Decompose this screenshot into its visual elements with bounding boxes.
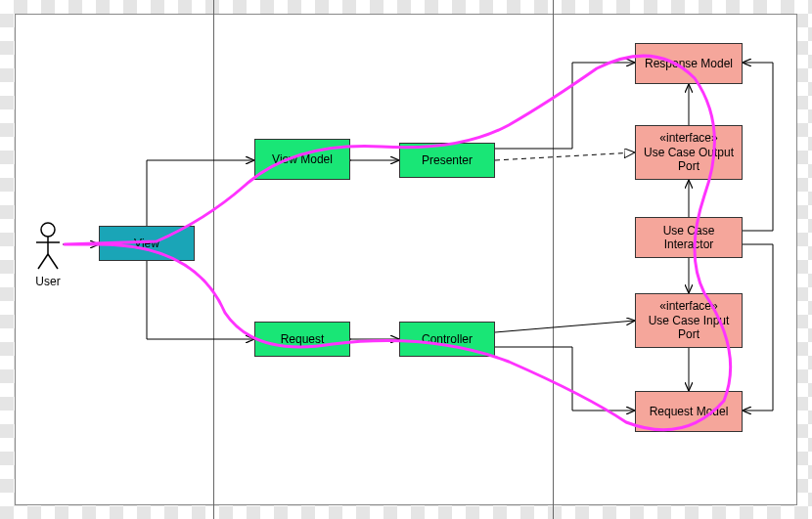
box-label: Use Case Output Port [638, 146, 740, 174]
box-uc-input-port: «interface» Use Case Input Port [635, 293, 743, 348]
box-label: Request Model [650, 405, 729, 418]
stereotype-label: «interface» [659, 131, 717, 145]
actor-label: User [35, 275, 60, 288]
box-label: Request [281, 332, 325, 346]
stereotype-label: «interface» [659, 299, 717, 313]
box-label: View [134, 237, 159, 250]
stick-figure-icon [33, 222, 63, 271]
box-response-model: Response Model [635, 43, 743, 84]
box-label: View Model [272, 152, 333, 166]
box-request-model: Request Model [635, 391, 743, 432]
svg-line-4 [48, 254, 58, 269]
box-view: View [99, 226, 195, 261]
svg-line-3 [38, 254, 48, 269]
svg-line-8 [495, 152, 635, 160]
box-uc-output-port: «interface» Use Case Output Port [635, 125, 743, 180]
actor-user: User [33, 222, 63, 288]
box-label: Controller [422, 332, 473, 346]
box-label: Use Case Interactor [638, 224, 740, 252]
box-view-model: View Model [254, 139, 350, 180]
box-presenter: Presenter [399, 143, 495, 178]
box-request: Request [254, 322, 350, 357]
box-controller: Controller [399, 322, 495, 357]
box-label: Presenter [422, 153, 473, 167]
svg-point-0 [41, 223, 55, 237]
box-label: Use Case Input Port [638, 314, 740, 342]
box-uc-interactor: Use Case Interactor [635, 217, 743, 258]
svg-line-9 [495, 321, 635, 332]
box-label: Response Model [645, 57, 733, 70]
